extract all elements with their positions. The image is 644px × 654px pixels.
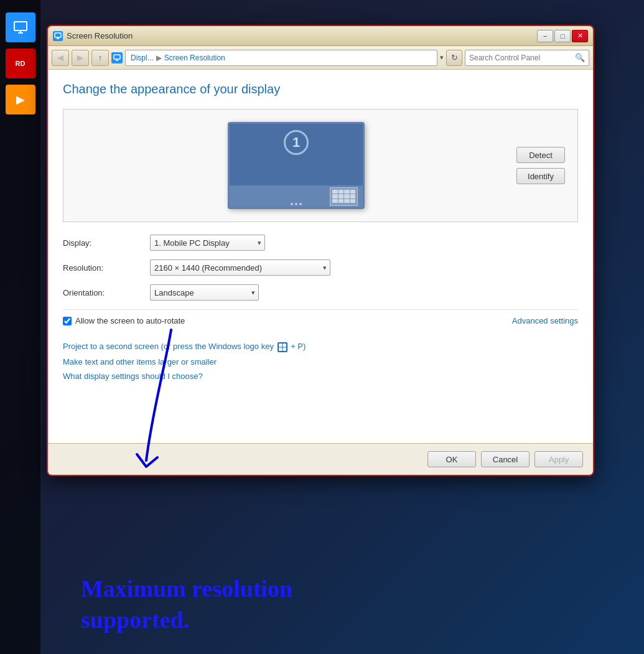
window-icon [53, 31, 63, 41]
monitor-preview-area: 1 Detect Identify [63, 109, 578, 222]
make-text-larger-link[interactable]: Make text and other items larger or smal… [63, 357, 578, 367]
monitor-display: 1 [76, 122, 516, 209]
monitor-number: 1 [284, 130, 309, 155]
auto-rotate-checkbox[interactable] [63, 317, 72, 325]
forward-button[interactable]: ▶ [72, 50, 89, 66]
advanced-settings-link[interactable]: Advanced settings [512, 316, 578, 325]
screen-resolution-window: Screen Resolution − □ ✕ ◀ ▶ ↑ Displ... ▶… [47, 25, 594, 476]
address-bar: ◀ ▶ ↑ Displ... ▶ Screen Resolution ▾ ↻ 🔍 [48, 46, 593, 70]
windows-logo-icon [278, 342, 287, 352]
orientation-select[interactable]: Landscape Portrait [150, 284, 259, 301]
svg-rect-9 [282, 343, 286, 347]
search-input[interactable] [469, 54, 572, 62]
project-screen-link[interactable]: Project to a second screen (or press the… [63, 342, 578, 352]
resolution-label: Resolution: [63, 263, 150, 273]
close-button[interactable]: ✕ [572, 30, 588, 42]
taskbar-icon-monitor[interactable] [6, 12, 35, 42]
project-link-text: Project to a second screen (or press the… [63, 342, 276, 351]
ok-button[interactable]: OK [427, 451, 476, 467]
monitor-buttons: Detect Identify [516, 147, 565, 184]
svg-rect-11 [282, 347, 286, 351]
svg-rect-0 [14, 22, 27, 30]
maximize-button[interactable]: □ [554, 30, 571, 42]
taskbar-icon-media[interactable]: ▶ [6, 85, 35, 114]
svg-rect-10 [279, 347, 282, 351]
taskbar-left: RD ▶ [0, 0, 40, 654]
minimize-button[interactable]: − [537, 30, 553, 42]
title-controls: − □ ✕ [537, 30, 588, 42]
monitor-grid-icon [330, 187, 358, 206]
content-area: Change the appearance of your display 1 [48, 70, 593, 443]
links-section: Project to a second screen (or press the… [63, 337, 578, 381]
taskbar-icon-rd[interactable]: RD [6, 49, 35, 78]
resolution-select[interactable]: 2160 × 1440 (Recommended) [150, 259, 330, 276]
svg-rect-8 [279, 343, 282, 347]
bottom-bar: OK Cancel Apply [48, 443, 593, 475]
cancel-button[interactable]: Cancel [481, 451, 530, 467]
display-settings-link[interactable]: What display settings should I choose? [63, 371, 578, 381]
page-title: Change the appearance of your display [63, 82, 578, 96]
display-row: Display: 1. Mobile PC Display [63, 235, 578, 251]
address-path[interactable]: Displ... ▶ Screen Resolution [125, 50, 437, 66]
detect-button[interactable]: Detect [516, 147, 565, 163]
identify-button[interactable]: Identify [516, 168, 565, 184]
monitor-frame: 1 [228, 122, 365, 209]
search-icon[interactable]: 🔍 [575, 53, 585, 62]
title-bar-left: Screen Resolution [53, 31, 133, 41]
resolution-select-wrapper[interactable]: 2160 × 1440 (Recommended) [150, 259, 330, 276]
resolution-row: Resolution: 2160 × 1440 (Recommended) [63, 259, 578, 276]
project-link-suffix: + P) [291, 342, 306, 351]
up-button[interactable]: ↑ [91, 50, 109, 66]
path-icon [111, 52, 123, 63]
path-dropdown[interactable]: ▾ [440, 54, 444, 62]
auto-rotate-label: Allow the screen to auto-rotate [75, 316, 185, 325]
window-title: Screen Resolution [67, 31, 133, 40]
path-sep1: ▶ [156, 54, 162, 62]
orientation-label: Orientation: [63, 288, 150, 297]
refresh-button[interactable]: ↻ [446, 50, 462, 66]
display-select-wrapper[interactable]: 1. Mobile PC Display [150, 235, 265, 251]
back-button[interactable]: ◀ [52, 50, 69, 66]
svg-rect-3 [55, 33, 61, 37]
title-bar: Screen Resolution − □ ✕ [48, 26, 593, 46]
auto-rotate-row: Allow the screen to auto-rotate Advanced… [63, 309, 578, 332]
path-display[interactable]: Displ... [131, 54, 154, 62]
apply-button[interactable]: Apply [534, 451, 583, 467]
monitor-dots [291, 203, 302, 205]
display-select[interactable]: 1. Mobile PC Display [150, 235, 265, 251]
svg-rect-6 [114, 55, 120, 59]
display-label: Display: [63, 238, 150, 248]
orientation-row: Orientation: Landscape Portrait [63, 284, 578, 301]
search-box[interactable]: 🔍 [465, 50, 589, 66]
orientation-select-wrapper[interactable]: Landscape Portrait [150, 284, 259, 301]
path-screen-resolution[interactable]: Screen Resolution [164, 54, 225, 62]
